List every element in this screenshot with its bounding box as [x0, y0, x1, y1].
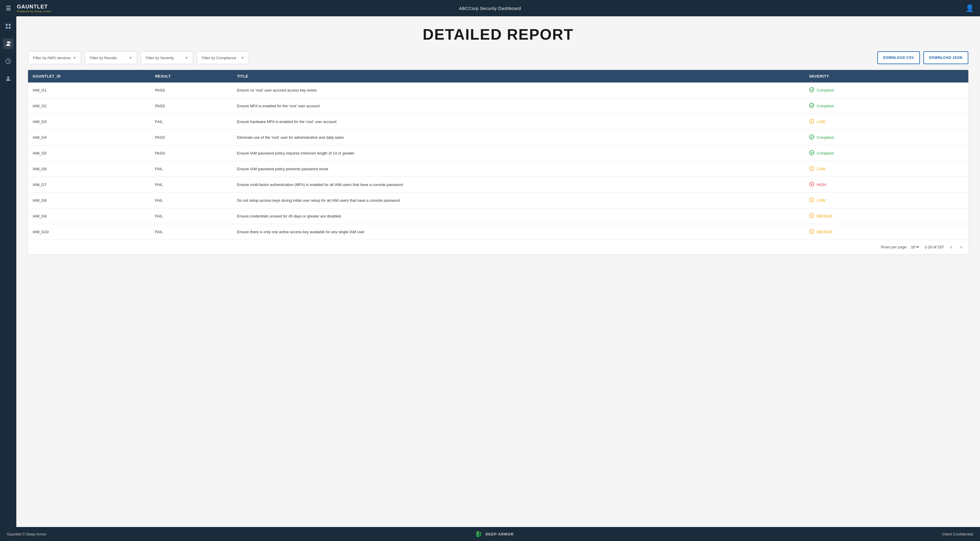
rows-per-page-label: Rows per page:: [881, 245, 907, 249]
rows-per-page-select[interactable]: 10 25 50: [910, 244, 920, 249]
main-layout: DETAILED REPORT Filter by AWS services ▼…: [0, 16, 980, 527]
sidebar-item-user[interactable]: [3, 73, 13, 84]
menu-icon[interactable]: ☰: [6, 5, 11, 12]
cell-title: Eliminate use of the 'root' user for adm…: [232, 130, 805, 146]
cell-severity: Compliant: [804, 98, 968, 114]
severity-label: MEDIUM: [817, 214, 832, 218]
main-content: DETAILED REPORT Filter by AWS services ▼…: [16, 16, 980, 527]
table-row[interactable]: IAM_G7 FAIL Ensure multi-factor authenti…: [28, 177, 968, 193]
cell-severity: MEDIUM: [804, 208, 968, 224]
filters-row: Filter by AWS services ▼ Filter by Resul…: [28, 51, 968, 64]
user-icon[interactable]: 👤: [966, 4, 974, 12]
sidebar-item-iam[interactable]: [3, 38, 13, 49]
svg-rect-2: [6, 27, 8, 29]
cell-id: IAM_G6: [28, 161, 151, 177]
cell-id: IAM_G10: [28, 224, 151, 240]
severity-icon: [809, 134, 815, 141]
chevron-down-icon: ▼: [185, 56, 188, 59]
pagination-next-button[interactable]: ›: [958, 243, 964, 251]
svg-point-17: [812, 169, 812, 170]
chevron-down-icon: ▼: [241, 56, 244, 59]
table-row[interactable]: IAM_G8 FAIL Do not setup access keys dur…: [28, 193, 968, 208]
cell-severity: HIGH: [804, 177, 968, 193]
cell-title: Ensure MFA is enabled for the 'root' use…: [232, 98, 805, 114]
cell-result: FAIL: [151, 161, 232, 177]
table-row[interactable]: IAM_G5 PASS Ensure IAM password policy r…: [28, 146, 968, 161]
table-row[interactable]: IAM_G9 FAIL Ensure credentials unused fo…: [28, 208, 968, 224]
download-json-button[interactable]: DOWNLOAD JSON: [923, 51, 969, 64]
cell-id: IAM_G9: [28, 208, 151, 224]
cell-id: IAM_G3: [28, 114, 151, 130]
severity-label: LOW: [817, 119, 826, 124]
logo-subtitle: Powered by Deep Armor: [17, 10, 52, 13]
pagination-prev-button[interactable]: ‹: [948, 243, 954, 251]
cell-severity: Compliant: [804, 130, 968, 146]
svg-rect-3: [9, 27, 11, 29]
deep-armor-icon: 🐉: [475, 530, 482, 538]
header-logo: GAUNTLET Powered by Deep Armor: [17, 4, 52, 13]
cell-result: PASS: [151, 146, 232, 161]
cell-severity: LOW: [804, 114, 968, 130]
footer-left-text: Gauntlet © Deep Armor: [7, 532, 46, 536]
page-title: DETAILED REPORT: [28, 25, 968, 43]
severity-label: Compliant: [817, 151, 834, 155]
svg-point-14: [810, 151, 814, 155]
table-row[interactable]: IAM_G6 FAIL Ensure IAM password policy p…: [28, 161, 968, 177]
table-row[interactable]: IAM_G1 PASS Ensure no 'root' user accoun…: [28, 82, 968, 98]
filter-compliance[interactable]: Filter by Compliance ▼: [197, 51, 249, 64]
cell-title: Ensure IAM password policy prevents pass…: [232, 161, 805, 177]
table-row[interactable]: IAM_G2 PASS Ensure MFA is enabled for th…: [28, 98, 968, 114]
filter-aws-services[interactable]: Filter by AWS services ▼: [28, 51, 81, 64]
table-row[interactable]: IAM_G4 PASS Eliminate use of the 'root' …: [28, 130, 968, 146]
severity-icon: [809, 87, 815, 93]
svg-point-8: [810, 88, 814, 92]
cell-id: IAM_G4: [28, 130, 151, 146]
svg-point-9: [810, 103, 814, 108]
col-header-id: GAUNTLET_ID: [28, 70, 151, 82]
filter-results[interactable]: Filter by Results ▼: [84, 51, 137, 64]
cell-title: Do not setup access keys during initial …: [232, 193, 805, 208]
cell-title: Ensure credentials unused for 45 days or…: [232, 208, 805, 224]
cell-severity: Compliant: [804, 82, 968, 98]
svg-rect-1: [9, 24, 11, 25]
svg-point-12: [812, 122, 812, 122]
cell-severity: Compliant: [804, 146, 968, 161]
severity-label: MEDIUM: [817, 230, 832, 234]
severity-icon: [809, 103, 815, 109]
cell-result: FAIL: [151, 114, 232, 130]
cell-result: FAIL: [151, 208, 232, 224]
results-table: GAUNTLET_ID RESULT TITLE SEVERITY IAM_G1…: [28, 70, 968, 240]
chevron-down-icon: ▼: [129, 56, 132, 59]
cell-result: PASS: [151, 130, 232, 146]
svg-point-13: [810, 135, 814, 139]
pagination-range: 1-10 of 237: [924, 245, 944, 249]
results-table-container: GAUNTLET_ID RESULT TITLE SEVERITY IAM_G1…: [28, 70, 968, 254]
severity-label: Compliant: [817, 104, 834, 108]
svg-point-7: [7, 77, 9, 79]
svg-point-26: [812, 216, 812, 217]
table-row[interactable]: IAM_G3 FAIL Ensure hardware MFA is enabl…: [28, 114, 968, 130]
sidebar-item-dashboard[interactable]: [3, 21, 13, 32]
severity-label: Compliant: [817, 135, 834, 140]
cell-result: FAIL: [151, 177, 232, 193]
cell-title: Ensure hardware MFA is enabled for the '…: [232, 114, 805, 130]
svg-point-23: [812, 200, 812, 201]
chevron-down-icon: ▼: [73, 56, 76, 59]
severity-label: HIGH: [817, 182, 826, 187]
table-row[interactable]: IAM_G10 FAIL Ensure there is only one ac…: [28, 224, 968, 240]
filter-severity[interactable]: Filter by Severity ▼: [141, 51, 193, 64]
footer-center: 🐉 DEEP ARMOR: [475, 530, 514, 538]
footer: Gauntlet © Deep Armor 🐉 DEEP ARMOR Clien…: [0, 527, 980, 541]
severity-label: LOW: [817, 167, 826, 171]
table-header-row: GAUNTLET_ID RESULT TITLE SEVERITY: [28, 70, 968, 82]
severity-icon: [809, 229, 815, 235]
header-center-title: ABCCorp Security Dashboard: [459, 6, 521, 11]
cell-title: Ensure there is only one active access k…: [232, 224, 805, 240]
cell-id: IAM_G7: [28, 177, 151, 193]
sidebar-item-history[interactable]: [3, 56, 13, 67]
pagination-row: Rows per page: 10 25 50 1-10 of 237 ‹ ›: [28, 240, 968, 254]
cell-id: IAM_G2: [28, 98, 151, 114]
download-csv-button[interactable]: DOWNLOAD CSV: [877, 51, 920, 64]
footer-center-text: DEEP ARMOR: [485, 532, 514, 536]
cell-title: Ensure multi-factor authentication (MFA)…: [232, 177, 805, 193]
